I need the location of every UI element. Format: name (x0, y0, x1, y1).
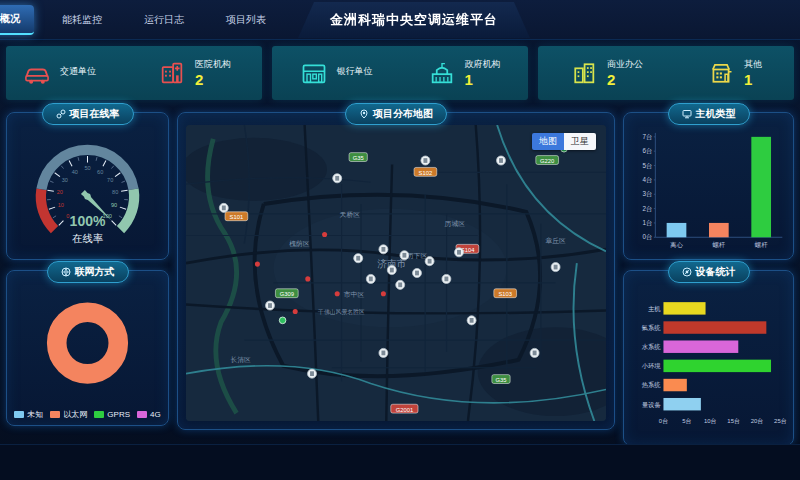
svg-text:80: 80 (112, 189, 118, 195)
project-marker[interactable] (400, 251, 409, 260)
road-shield-label: G35 (353, 155, 365, 161)
svg-text:3台: 3台 (643, 190, 653, 197)
poi-dot-green (279, 317, 286, 324)
road-shield-label: G2001 (396, 406, 413, 412)
stat-label: 商业办公 (607, 58, 643, 71)
satellite-button[interactable]: 卫星 (564, 133, 596, 150)
svg-text:15台: 15台 (727, 418, 740, 425)
tab-project-list[interactable]: 项目列表 (212, 6, 280, 34)
legend-item[interactable]: 4G (137, 409, 161, 420)
map-place-label: 槐荫区 (289, 240, 310, 248)
project-marker[interactable] (366, 274, 375, 283)
legend-label: 4G (150, 410, 161, 419)
stat-label: 政府机构 (465, 58, 501, 71)
project-marker[interactable] (219, 203, 228, 212)
panel-title: 设备统计 (696, 265, 736, 279)
online-rate-gauge: 100% 在线率 0102030405060708090100 (11, 127, 164, 255)
project-marker[interactable] (455, 248, 464, 257)
legend-item[interactable]: 以太网 (50, 409, 87, 420)
panel-title: 联网方式 (75, 265, 115, 279)
project-marker[interactable] (379, 348, 388, 357)
network-legend: 未知以太网GPRS4G (7, 409, 168, 420)
project-marker[interactable] (333, 174, 342, 183)
car-icon (23, 59, 51, 87)
map-canvas[interactable]: 地图 卫星 (186, 125, 606, 421)
svg-text:量设备: 量设备 (642, 401, 662, 409)
network-donut-chart (11, 283, 164, 405)
legend-label: 以太网 (63, 409, 87, 420)
project-marker[interactable] (266, 301, 275, 310)
project-marker[interactable] (551, 263, 560, 272)
svg-text:0: 0 (66, 213, 69, 219)
svg-text:离心: 离心 (670, 241, 683, 249)
svg-text:小环境: 小环境 (642, 362, 662, 370)
shop-icon (707, 59, 735, 87)
stat-value (60, 78, 96, 82)
stat-label: 交通单位 (60, 65, 96, 78)
legend-item[interactable]: GPRS (94, 409, 130, 420)
stat-hospital: 医院机构 2 (158, 58, 231, 88)
svg-text:30: 30 (62, 177, 68, 183)
svg-text:5台: 5台 (643, 162, 653, 169)
project-marker[interactable] (354, 254, 363, 263)
map-layer-toggle: 地图 卫星 (532, 133, 596, 150)
svg-text:7台: 7台 (643, 133, 653, 140)
project-marker[interactable] (497, 156, 506, 165)
project-marker[interactable] (413, 268, 422, 277)
project-marker[interactable] (530, 348, 539, 357)
stat-value (337, 78, 373, 82)
main-area: 项目在线率 100% 在线率 0102030405060708090100 联网… (6, 112, 794, 446)
poi-dot-red (293, 309, 298, 314)
top-bar: 概况 能耗监控 运行日志 项目列表 视频监控 金洲科瑞中央空调运维平台 (0, 0, 800, 40)
tab-run-log[interactable]: 运行日志 (130, 6, 198, 34)
map-place-label: 历下区 (407, 252, 428, 260)
svg-text:6台: 6台 (643, 147, 653, 154)
svg-text:20: 20 (57, 189, 63, 195)
project-marker[interactable] (425, 257, 434, 266)
project-marker[interactable] (379, 245, 388, 254)
tab-overview[interactable]: 概况 (0, 5, 34, 35)
stat-card-transport-hospital: 交通单位 医院机构 2 (6, 46, 262, 100)
government-icon (428, 59, 456, 87)
project-marker[interactable] (421, 156, 430, 165)
stat-other: 其他 1 (707, 58, 762, 88)
svg-text:60: 60 (97, 169, 103, 175)
office-icon (570, 59, 598, 87)
legend-swatch (137, 411, 147, 418)
road-shield-label: S103 (498, 291, 512, 297)
svg-text:25台: 25台 (774, 418, 787, 425)
host-type-bar-chart: 0台1台2台3台4台5台6台7台离心螺杆螺杆 (628, 127, 789, 255)
stat-value: 1 (744, 71, 762, 88)
host-type-panel: 主机类型 0台1台2台3台4台5台6台7台离心螺杆螺杆 (623, 112, 794, 260)
stat-transport: 交通单位 (37, 59, 96, 87)
device-stats-hbar-chart: 主机氟系统水系统小环境热系统量设备0台5台10台15台20台25台 (628, 285, 789, 441)
legend-swatch (50, 411, 60, 418)
project-marker[interactable] (387, 266, 396, 275)
legend-label: 未知 (27, 409, 43, 420)
map-place-label: 千佛山风景名胜区 (318, 308, 365, 316)
target-icon (682, 267, 692, 277)
stat-card-bank-government: 银行单位 政府机构 1 (272, 46, 528, 100)
map-button[interactable]: 地图 (532, 133, 564, 150)
online-rate-panel: 项目在线率 100% 在线率 0102030405060708090100 (6, 112, 169, 260)
project-marker[interactable] (396, 280, 405, 289)
svg-text:2台: 2台 (643, 205, 653, 212)
tab-energy-monitor[interactable]: 能耗监控 (48, 6, 116, 34)
road-shield-label: S101 (230, 214, 244, 220)
poi-dot-red (335, 291, 340, 296)
svg-text:5台: 5台 (682, 418, 691, 425)
city-map[interactable]: 济南市天桥区槐荫区历下区市中区历城区长清区章丘区千佛山风景名胜区G35S102G… (186, 125, 606, 421)
gauge-value: 100% (70, 213, 106, 229)
project-marker[interactable] (442, 274, 451, 283)
legend-label: GPRS (107, 410, 130, 419)
poi-dot-red (305, 276, 310, 281)
project-marker[interactable] (467, 316, 476, 325)
svg-text:氟系统: 氟系统 (641, 324, 662, 332)
road-shield-label: G309 (280, 291, 294, 297)
legend-item[interactable]: 未知 (14, 409, 43, 420)
center-column: 项目分布地图 地图 卫星 (177, 112, 615, 446)
svg-text:螺杆: 螺杆 (713, 241, 726, 249)
host-type-header: 主机类型 (668, 103, 750, 125)
project-marker[interactable] (308, 369, 317, 378)
stat-government: 政府机构 1 (428, 58, 501, 88)
